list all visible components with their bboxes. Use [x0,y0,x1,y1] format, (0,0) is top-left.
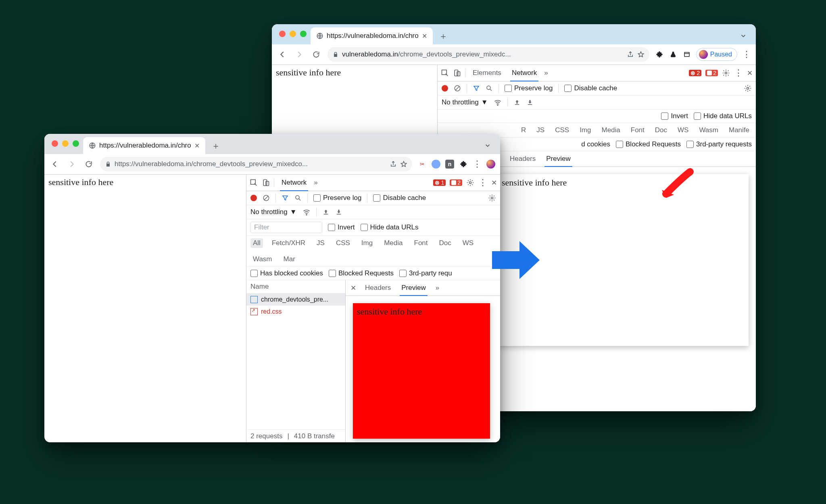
share-icon[interactable] [390,160,397,168]
type-chip[interactable]: Fetch/XHR [269,238,308,248]
tab-elements[interactable]: Elements [469,65,505,81]
type-chip[interactable]: Img [359,238,375,248]
download-icon[interactable] [526,99,534,106]
device-icon[interactable] [453,69,461,77]
back-button[interactable] [49,160,60,169]
errors-badge[interactable]: ⊗1 [433,179,446,186]
type-chip[interactable]: Font [628,125,647,135]
forward-button[interactable] [294,50,305,59]
close-detail-icon[interactable]: ✕ [348,284,359,292]
browser-tab[interactable]: https://vulnerabledoma.in/chro ✕ [311,27,433,44]
type-chip[interactable]: JS [534,125,547,135]
bookmark-icon[interactable] [400,160,407,168]
ext-icon[interactable] [432,160,440,169]
upload-icon[interactable] [322,208,330,216]
filter-input[interactable]: Filter [250,222,322,233]
third-party-checkbox[interactable]: 3rd-party requests [686,140,752,148]
gear-icon[interactable] [722,69,730,77]
extensions-icon[interactable] [655,50,664,59]
preserve-log-checkbox[interactable]: Preserve log [313,194,361,202]
forward-button[interactable] [66,160,77,169]
inspect-icon[interactable] [441,69,449,77]
tab-preview[interactable]: Preview [542,151,574,167]
request-row[interactable]: chrome_devtools_pre... [246,294,345,306]
reload-button[interactable] [83,160,94,168]
window-icon[interactable] [682,50,691,59]
blocked-requests-checkbox[interactable]: Blocked Requests [329,269,394,277]
type-chip[interactable]: CSS [553,125,572,135]
fullscreen-window-icon[interactable] [73,140,79,147]
search-icon[interactable] [486,85,493,92]
new-tab-button[interactable]: ＋ [437,30,450,43]
inspect-icon[interactable] [250,179,258,187]
avatar-icon[interactable] [486,160,495,169]
tab-network[interactable]: Network [278,175,310,191]
type-chip[interactable]: Wasm [697,125,721,135]
close-tab-icon[interactable]: ✕ [422,32,427,40]
window-controls[interactable] [279,31,307,37]
type-chip[interactable]: Media [599,125,622,135]
more-tabs-icon[interactable]: » [544,69,548,77]
tabs-dropdown-icon[interactable] [740,32,747,40]
device-icon[interactable] [262,179,270,187]
invert-checkbox[interactable]: Invert [661,112,688,120]
type-chip[interactable]: WS [460,238,476,248]
filter-icon[interactable] [473,85,480,92]
preserve-log-checkbox[interactable]: Preserve log [505,84,553,92]
wifi-icon[interactable] [494,98,502,106]
request-row[interactable]: red.css [246,306,345,318]
close-window-icon[interactable] [279,31,286,37]
search-icon[interactable] [294,194,302,202]
blocked-requests-checkbox[interactable]: Blocked Requests [616,140,681,148]
devtools-menu-icon[interactable]: ⋮ [478,177,487,188]
gear-icon[interactable] [488,194,496,202]
extensions-icon[interactable] [459,160,468,169]
clear-icon[interactable] [263,194,270,202]
close-tab-icon[interactable]: ✕ [194,142,200,150]
type-chip[interactable]: Img [577,125,593,135]
third-party-checkbox[interactable]: 3rd-party requ [399,269,452,277]
back-button[interactable] [277,50,288,59]
menu-icon[interactable]: ⋮ [473,159,482,169]
address-bar[interactable]: vulnerabledoma.in/chrome_devtools_previe… [327,47,649,62]
new-tab-button[interactable]: ＋ [209,140,222,152]
type-chip[interactable]: WS [675,125,691,135]
type-chip[interactable]: Font [412,238,430,248]
hide-data-urls-checkbox[interactable]: Hide data URLs [361,223,419,231]
window-controls[interactable] [52,140,79,147]
reload-button[interactable] [311,50,322,58]
issues-badge[interactable]: 2 [450,179,462,186]
browser-tab[interactable]: https://vulnerabledoma.in/chro ✕ [83,137,205,154]
type-chip[interactable]: Mar [281,254,298,264]
tab-headers[interactable]: Headers [361,280,395,296]
upload-icon[interactable] [513,99,521,106]
errors-badge[interactable]: ⊗2 [689,70,701,76]
type-chip[interactable]: JS [314,238,327,248]
download-icon[interactable] [335,208,342,216]
ext-icon[interactable]: n [445,160,454,169]
more-detail-tabs-icon[interactable]: » [432,284,442,292]
minimize-window-icon[interactable] [290,31,296,37]
close-window-icon[interactable] [52,140,58,147]
clear-icon[interactable] [454,85,461,92]
tab-network[interactable]: Network [509,65,540,81]
profile-paused[interactable]: Paused [696,48,737,61]
disable-cache-checkbox[interactable]: Disable cache [564,84,617,92]
fullscreen-window-icon[interactable] [300,31,307,37]
tab-preview[interactable]: Preview [397,280,430,296]
gear-icon[interactable] [466,179,474,187]
type-chip[interactable]: Manife [726,125,752,135]
hide-data-urls-checkbox[interactable]: Hide data URLs [694,112,752,120]
type-chip-all[interactable]: All [250,238,263,248]
menu-icon[interactable]: ⋮ [742,49,751,60]
close-devtools-icon[interactable]: ✕ [747,69,753,77]
record-icon[interactable] [250,195,257,201]
gear-icon[interactable] [744,84,752,92]
record-icon[interactable] [442,85,448,92]
tab-headers[interactable]: Headers [506,151,540,167]
throttling-select[interactable]: No throttling▼ [442,98,488,106]
minimize-window-icon[interactable] [62,140,69,147]
filter-icon[interactable] [282,194,289,202]
invert-checkbox[interactable]: Invert [328,223,355,231]
disable-cache-checkbox[interactable]: Disable cache [373,194,426,202]
